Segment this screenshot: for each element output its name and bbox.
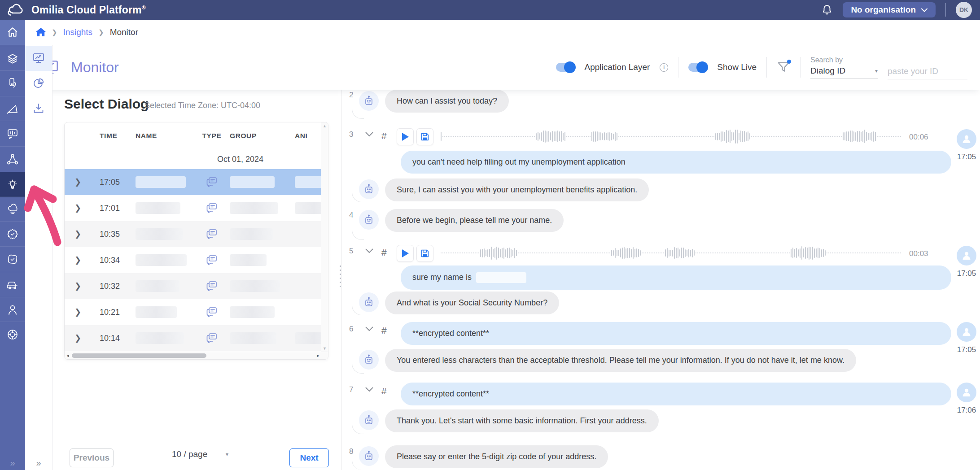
collapse-turn-icon[interactable] bbox=[365, 132, 373, 137]
bot-avatar bbox=[359, 446, 379, 466]
table-row[interactable]: ❯ 10:32 bbox=[65, 273, 328, 299]
collapse-turn-icon[interactable] bbox=[365, 248, 373, 253]
dialog-id-hash-icon[interactable]: # bbox=[381, 131, 387, 141]
page-size-select[interactable]: 10 / page ▾ bbox=[172, 449, 228, 464]
sidebar-item-users[interactable] bbox=[0, 297, 25, 322]
previous-button[interactable]: Previous bbox=[70, 448, 114, 467]
user-avatar[interactable]: DK bbox=[956, 2, 972, 18]
bell-icon[interactable] bbox=[821, 4, 833, 16]
sidebar-item-quality[interactable] bbox=[0, 246, 25, 272]
expand-row-icon[interactable]: ❯ bbox=[74, 308, 81, 317]
search-field-select[interactable]: Dialog ID ▾ bbox=[810, 66, 878, 79]
person-icon bbox=[961, 134, 972, 144]
person-icon bbox=[961, 326, 972, 337]
breadcrumb-home-icon[interactable] bbox=[36, 28, 46, 37]
subnav-export[interactable] bbox=[25, 96, 52, 121]
col-type[interactable]: TYPE bbox=[198, 132, 225, 140]
turn-number: 7 bbox=[349, 385, 353, 394]
sidebar-item-layers[interactable] bbox=[0, 46, 25, 71]
vertical-scrollbar[interactable]: ▲ ▼ bbox=[321, 122, 328, 352]
sidebar-item-settings-check[interactable] bbox=[0, 221, 25, 247]
user-avatar bbox=[957, 246, 976, 265]
splitter-grip-icon[interactable] bbox=[340, 265, 341, 289]
breadcrumb-insights-link[interactable]: Insights bbox=[63, 27, 92, 37]
chat-bubbles-icon bbox=[206, 202, 218, 214]
scroll-right-icon[interactable]: ► bbox=[315, 352, 321, 359]
scrollbar-thumb[interactable] bbox=[72, 353, 206, 358]
dialog-id-hash-icon[interactable]: # bbox=[381, 325, 387, 336]
play-audio-button[interactable] bbox=[397, 245, 414, 262]
redacted-name bbox=[136, 228, 183, 240]
next-button[interactable]: Next bbox=[289, 448, 329, 467]
sidebar-item-cloud[interactable] bbox=[0, 196, 25, 222]
turn-number: 8 bbox=[349, 447, 353, 456]
table-row[interactable]: ❯ 10:14 bbox=[65, 325, 328, 351]
save-audio-button[interactable] bbox=[416, 128, 433, 145]
sidebar-item-vehicle[interactable] bbox=[0, 272, 25, 297]
collapse-turn-icon[interactable] bbox=[365, 326, 373, 331]
page-title: Monitor bbox=[71, 59, 119, 76]
table-row[interactable]: ❯ 17:05 bbox=[65, 169, 328, 195]
col-name[interactable]: NAME bbox=[132, 132, 198, 140]
user-avatar bbox=[957, 322, 976, 342]
table-row[interactable]: ❯ 10:34 bbox=[65, 247, 328, 273]
horizontal-scrollbar[interactable]: ◄ ► bbox=[65, 352, 328, 359]
table-row[interactable]: ❯ 10:21 bbox=[65, 299, 328, 325]
robot-icon bbox=[363, 354, 375, 366]
dialog-id-hash-icon[interactable]: # bbox=[381, 247, 387, 258]
sidebar-item-home[interactable] bbox=[0, 20, 25, 45]
robot-icon bbox=[363, 450, 375, 462]
bot-message: Thank you. Let's start with some basic i… bbox=[385, 409, 659, 432]
sidebar-expand-button[interactable]: » bbox=[0, 458, 25, 468]
expand-row-icon[interactable]: ❯ bbox=[74, 178, 81, 187]
sidebar-item-dialogs[interactable] bbox=[0, 121, 25, 146]
sidebar-item-analytics[interactable] bbox=[0, 96, 25, 122]
play-audio-button[interactable] bbox=[397, 128, 414, 145]
expand-row-icon[interactable]: ❯ bbox=[74, 230, 81, 239]
redacted-name bbox=[136, 176, 186, 188]
save-audio-button[interactable] bbox=[416, 245, 433, 262]
scroll-up-icon[interactable]: ▲ bbox=[321, 122, 328, 130]
subnav-monitor[interactable] bbox=[25, 46, 52, 71]
vehicle-icon bbox=[6, 279, 19, 290]
scroll-left-icon[interactable]: ◄ bbox=[65, 352, 71, 359]
panel-splitter[interactable] bbox=[339, 90, 342, 470]
col-time[interactable]: TIME bbox=[92, 132, 132, 140]
subnav-reports[interactable] bbox=[25, 71, 52, 96]
sidebar-item-device[interactable] bbox=[0, 70, 25, 96]
secondary-sidebar-expand-button[interactable]: » bbox=[25, 458, 52, 468]
audio-waveform[interactable] bbox=[441, 245, 902, 261]
application-layer-toggle[interactable] bbox=[556, 63, 575, 72]
sidebar-item-support[interactable] bbox=[0, 322, 25, 347]
robot-icon bbox=[363, 296, 375, 308]
expand-row-icon[interactable]: ❯ bbox=[74, 204, 81, 213]
filter-button[interactable] bbox=[777, 61, 790, 74]
table-row[interactable]: ❯ 10:35 bbox=[65, 221, 328, 247]
breadcrumb: ❯ Insights ❯ Monitor bbox=[25, 20, 980, 45]
divider bbox=[945, 3, 946, 17]
organisation-selector[interactable]: No organisation bbox=[843, 2, 936, 17]
user-message-encrypted: **encrypted content** bbox=[401, 383, 951, 405]
scroll-down-icon[interactable]: ▼ bbox=[321, 345, 328, 352]
play-icon bbox=[402, 249, 409, 257]
page-header: Monitor Application Layer i Show Live Se… bbox=[25, 45, 980, 90]
show-live-toggle[interactable] bbox=[688, 63, 707, 72]
breadcrumb-separator: ❯ bbox=[52, 28, 57, 36]
message-timestamp: 17:05 bbox=[957, 152, 976, 161]
expand-row-icon[interactable]: ❯ bbox=[74, 334, 81, 343]
bot-message: You entered less characters than the acc… bbox=[385, 349, 856, 372]
expand-row-icon[interactable]: ❯ bbox=[74, 282, 81, 291]
dialog-id-input[interactable]: paste your ID bbox=[888, 66, 967, 79]
audio-waveform[interactable] bbox=[441, 128, 902, 144]
user-message: sure my name is bbox=[401, 265, 951, 290]
collapse-turn-icon[interactable] bbox=[365, 387, 373, 392]
dialog-id-hash-icon[interactable]: # bbox=[381, 386, 387, 396]
sidebar-item-orchestrator[interactable] bbox=[0, 146, 25, 172]
save-icon bbox=[421, 133, 429, 141]
info-icon[interactable]: i bbox=[660, 63, 668, 72]
bot-message: Please say or enter the 5-digit zip code… bbox=[385, 445, 608, 468]
sidebar-item-insights[interactable] bbox=[0, 172, 25, 197]
table-row[interactable]: ❯ 17:01 bbox=[65, 195, 328, 221]
expand-row-icon[interactable]: ❯ bbox=[74, 256, 81, 265]
col-group[interactable]: GROUP bbox=[225, 132, 290, 140]
